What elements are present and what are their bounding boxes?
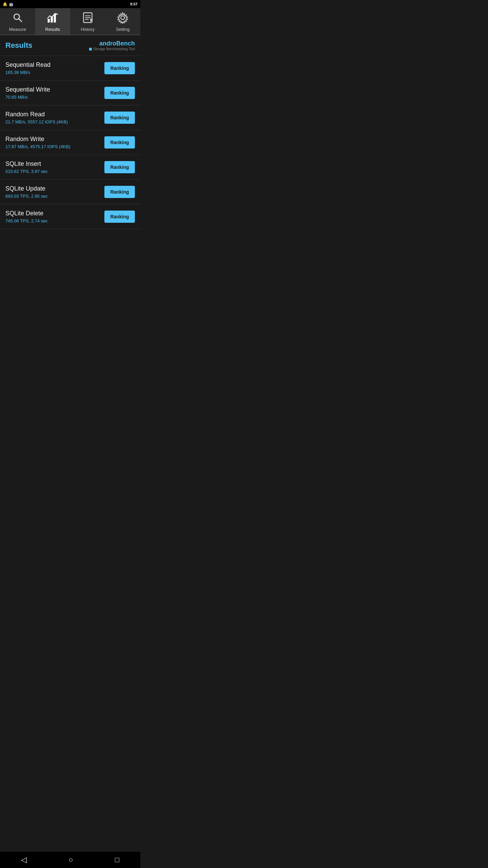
- tab-results-label: Results: [45, 27, 60, 32]
- logo-icon: [89, 48, 92, 51]
- result-info-sqlite-update: SQLite Update 693.03 TPS, 2.95 sec: [5, 185, 104, 199]
- ranking-button-seq-write[interactable]: Ranking: [104, 87, 135, 99]
- logo-normal: Bench: [116, 40, 135, 47]
- result-info-rand-read: Random Read 21.7 MB/s, 5557.12 IOPS (4KB…: [5, 111, 104, 124]
- result-value-sqlite-delete: 745.06 TPS, 2.74 sec: [5, 218, 104, 223]
- results-list: Sequential Read 165.38 MB/s Ranking Sequ…: [0, 56, 140, 229]
- result-value-sqlite-insert: 515.62 TPS, 3.97 sec: [5, 169, 104, 174]
- logo-subtitle: Storage Benchmarking Tool: [89, 47, 135, 51]
- result-value-sqlite-update: 693.03 TPS, 2.95 sec: [5, 194, 104, 199]
- result-name-sqlite-update: SQLite Update: [5, 185, 104, 192]
- tab-results[interactable]: Results: [35, 8, 70, 35]
- ranking-button-seq-read[interactable]: Ranking: [104, 62, 135, 74]
- result-item-rand-write: Random Write 17.87 MB/s, 4575.17 IOPS (4…: [0, 130, 140, 155]
- result-name-rand-read: Random Read: [5, 111, 104, 118]
- logo-text: androBench: [99, 40, 135, 47]
- status-left-icons: 🔔 🤖: [3, 2, 14, 6]
- tab-measure-label: Measure: [9, 27, 26, 32]
- ranking-button-rand-write[interactable]: Ranking: [104, 136, 135, 149]
- svg-rect-2: [48, 19, 50, 23]
- logo-highlight: andro: [99, 40, 116, 47]
- result-item-seq-read: Sequential Read 165.38 MB/s Ranking: [0, 56, 140, 81]
- ranking-button-sqlite-delete[interactable]: Ranking: [104, 211, 135, 223]
- ranking-button-sqlite-insert[interactable]: Ranking: [104, 161, 135, 173]
- notification-icon: 🔔: [3, 2, 7, 6]
- ranking-button-sqlite-update[interactable]: Ranking: [104, 186, 135, 198]
- tab-setting[interactable]: Setting: [105, 8, 141, 35]
- results-icon: [46, 12, 59, 25]
- tab-history-label: History: [81, 27, 95, 32]
- result-info-seq-read: Sequential Read 165.38 MB/s: [5, 61, 104, 75]
- tab-measure[interactable]: Measure: [0, 8, 35, 35]
- ranking-button-rand-read[interactable]: Ranking: [104, 112, 135, 124]
- history-icon: [82, 12, 94, 25]
- tab-setting-label: Setting: [116, 27, 129, 32]
- tab-bar: Measure Results History: [0, 8, 140, 35]
- result-item-sqlite-update: SQLite Update 693.03 TPS, 2.95 sec Ranki…: [0, 180, 140, 204]
- result-name-seq-read: Sequential Read: [5, 61, 104, 68]
- result-name-seq-write: Sequential Write: [5, 86, 104, 93]
- result-value-seq-write: 70.65 MB/s: [5, 95, 104, 100]
- result-name-sqlite-delete: SQLite Delete: [5, 210, 104, 217]
- result-item-sqlite-insert: SQLite Insert 515.62 TPS, 3.97 sec Ranki…: [0, 155, 140, 180]
- result-item-rand-read: Random Read 21.7 MB/s, 5557.12 IOPS (4KB…: [0, 105, 140, 130]
- result-info-sqlite-delete: SQLite Delete 745.06 TPS, 2.74 sec: [5, 210, 104, 223]
- status-bar: 🔔 🤖 9:57: [0, 0, 140, 8]
- result-info-seq-write: Sequential Write 70.65 MB/s: [5, 86, 104, 100]
- tab-history[interactable]: History: [70, 8, 105, 35]
- result-value-rand-read: 21.7 MB/s, 5557.12 IOPS (4KB): [5, 119, 104, 124]
- setting-icon: [117, 12, 129, 25]
- result-item-seq-write: Sequential Write 70.65 MB/s Ranking: [0, 81, 140, 105]
- measure-icon: [12, 12, 24, 25]
- logo-area: androBench Storage Benchmarking Tool: [89, 40, 135, 51]
- result-item-sqlite-delete: SQLite Delete 745.06 TPS, 2.74 sec Ranki…: [0, 204, 140, 229]
- result-name-rand-write: Random Write: [5, 136, 104, 143]
- result-value-seq-read: 165.38 MB/s: [5, 70, 104, 75]
- result-info-rand-write: Random Write 17.87 MB/s, 4575.17 IOPS (4…: [5, 136, 104, 149]
- svg-line-1: [18, 19, 21, 22]
- android-icon: 🤖: [9, 2, 14, 6]
- status-time: 9:57: [130, 2, 138, 6]
- result-name-sqlite-insert: SQLite Insert: [5, 160, 104, 167]
- svg-rect-4: [54, 14, 56, 22]
- result-value-rand-write: 17.87 MB/s, 4575.17 IOPS (4KB): [5, 144, 104, 149]
- svg-point-11: [121, 16, 125, 20]
- result-info-sqlite-insert: SQLite Insert 515.62 TPS, 3.97 sec: [5, 160, 104, 174]
- page-title: Results: [5, 41, 32, 50]
- results-header: Results androBench Storage Benchmarking …: [0, 35, 140, 56]
